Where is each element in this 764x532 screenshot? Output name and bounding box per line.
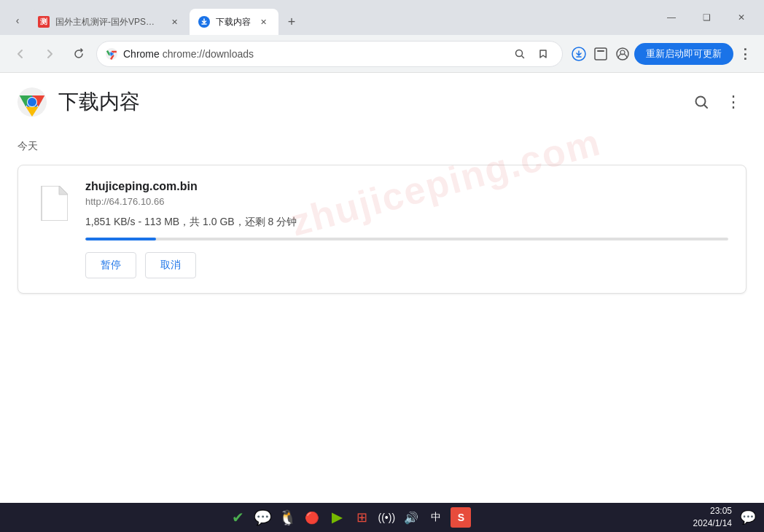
filename: zhujiceping.com.bin xyxy=(85,180,728,193)
address-icons xyxy=(510,44,553,64)
tab1-close[interactable]: ✕ xyxy=(168,15,181,28)
tab-active[interactable]: 下载内容 ✕ xyxy=(190,9,278,35)
taskbar-right: 23:05 2024/1/14 💬 xyxy=(693,505,758,530)
tab2-title: 下载内容 xyxy=(216,16,251,28)
search-downloads-button[interactable] xyxy=(688,89,714,115)
downloads-header: 下载内容 ⋮ xyxy=(0,73,764,128)
profile-icon[interactable] xyxy=(612,44,633,64)
tab-search-icon[interactable] xyxy=(590,44,611,64)
forward-button xyxy=(38,42,61,66)
window-controls: — ❑ ✕ xyxy=(655,6,764,35)
more-downloads-options[interactable]: ⋮ xyxy=(720,89,747,115)
header-actions: ⋮ xyxy=(688,89,747,115)
chrome-logo-large xyxy=(17,87,47,117)
taskbar-wechat-icon[interactable]: 💬 xyxy=(252,507,273,528)
cancel-button[interactable]: 取消 xyxy=(145,252,196,278)
new-tab-button[interactable]: + xyxy=(281,12,302,32)
page-content: 下载内容 ⋮ 今天 zhuji xyxy=(0,73,764,503)
svg-rect-7 xyxy=(595,48,607,60)
taskbar-notification-icon[interactable]: 💬 xyxy=(738,507,758,528)
tab-scroll-left[interactable]: ‹ xyxy=(6,9,29,32)
svg-rect-8 xyxy=(597,50,604,52)
taskbar: ✔ 💬 🐧 🔴 ▶ ⊞ ((•)) 🔊 中 S 23:05 2024/1/14 … xyxy=(0,503,764,532)
downloads-body: 今天 zhujiceping.com.bin http://64.176.10.… xyxy=(0,128,764,305)
tab2-close[interactable]: ✕ xyxy=(257,15,270,28)
maximize-button[interactable]: ❑ xyxy=(690,6,723,29)
chrome-window: ‹ 测 国外主机测评-国外VPS、国 ✕ 下载内容 ✕ xyxy=(0,0,764,503)
address-brand: Chrome xyxy=(123,48,160,60)
tab-group: 测 国外主机测评-国外VPS、国 ✕ 下载内容 ✕ xyxy=(29,9,278,35)
taskbar-bluetooth-icon[interactable]: 🔴 xyxy=(302,507,322,528)
file-url: http://64.176.10.66 xyxy=(85,196,728,207)
title-bar: ‹ 测 国外主机测评-国外VPS、国 ✕ 下载内容 ✕ xyxy=(0,0,764,35)
back-button xyxy=(9,42,32,66)
close-button[interactable]: ✕ xyxy=(725,6,758,29)
tab2-favicon xyxy=(198,16,210,28)
address-text: Chrome chrome://downloads xyxy=(123,48,254,60)
search-address-icon[interactable] xyxy=(510,44,530,64)
download-stats: 1,851 KB/s - 113 MB，共 1.0 GB，还剩 8 分钟 xyxy=(85,216,728,229)
refresh-button[interactable] xyxy=(67,42,90,66)
taskbar-check-icon[interactable]: ✔ xyxy=(227,507,248,528)
taskbar-date-value: 2024/1/14 xyxy=(693,517,732,530)
taskbar-superoffice-icon[interactable]: S xyxy=(451,507,471,528)
file-icon xyxy=(36,183,71,224)
navigation-bar: Chrome chrome://downloads xyxy=(0,35,764,73)
tab1-title: 国外主机测评-国外VPS、国 xyxy=(55,16,162,28)
svg-point-4 xyxy=(110,52,113,55)
download-info: zhujiceping.com.bin http://64.176.10.66 … xyxy=(85,180,728,278)
svg-point-5 xyxy=(516,50,523,56)
svg-point-14 xyxy=(28,98,36,106)
download-card: zhujiceping.com.bin http://64.176.10.66 … xyxy=(17,165,747,294)
address-bar[interactable]: Chrome chrome://downloads xyxy=(96,41,563,67)
taskbar-qq-icon[interactable]: 🐧 xyxy=(277,507,297,528)
taskbar-datetime: 23:05 2024/1/14 xyxy=(693,505,732,530)
address-url: chrome://downloads xyxy=(163,48,254,60)
download-status-icon[interactable] xyxy=(569,44,589,64)
bookmark-icon[interactable] xyxy=(533,44,553,64)
taskbar-nvidia-icon[interactable]: ▶ xyxy=(327,507,347,528)
more-options-icon[interactable]: ⋮ xyxy=(735,44,755,64)
minimize-button[interactable]: — xyxy=(655,6,688,29)
progress-bar-fill xyxy=(85,238,156,240)
taskbar-time-value: 23:05 xyxy=(693,505,732,517)
download-actions: 暂停 取消 xyxy=(85,252,728,278)
taskbar-icons: ✔ 💬 🐧 🔴 ▶ ⊞ ((•)) 🔊 中 S xyxy=(6,507,693,528)
chrome-logo-icon xyxy=(106,48,117,60)
toolbar-right: 重新启动即可更新 ⋮ xyxy=(569,43,755,65)
tab1-favicon: 测 xyxy=(38,16,50,28)
tab-inactive[interactable]: 测 国外主机测评-国外VPS、国 ✕ xyxy=(29,9,190,35)
pause-button[interactable]: 暂停 xyxy=(85,252,136,278)
page-title: 下载内容 xyxy=(58,88,140,116)
progress-bar-container xyxy=(85,238,728,240)
taskbar-ime-icon[interactable]: 中 xyxy=(426,507,446,528)
section-today-label: 今天 xyxy=(17,140,747,153)
taskbar-grid-icon[interactable]: ⊞ xyxy=(351,507,372,528)
update-button[interactable]: 重新启动即可更新 xyxy=(634,43,733,65)
taskbar-volume-icon[interactable]: 🔊 xyxy=(401,507,421,528)
taskbar-wifi-icon[interactable]: ((•)) xyxy=(376,507,397,528)
